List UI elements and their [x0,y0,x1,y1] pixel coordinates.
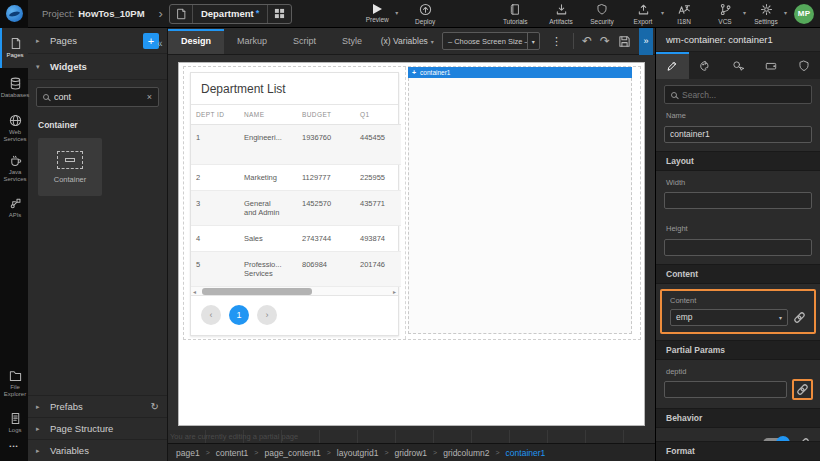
user-avatar[interactable]: MP [794,4,814,24]
tab-events[interactable] [722,52,755,79]
grid-view-icon[interactable] [267,5,291,23]
col-header-budget[interactable]: BUDGET [297,105,355,125]
bind-content-link-icon[interactable] [793,311,806,324]
prefabs-section-header[interactable]: ▸ Prefabs ↻ [28,395,167,417]
name-field-input[interactable] [664,126,812,143]
next-page-button[interactable]: › [257,305,277,325]
container-widget-tile[interactable]: Container [38,138,102,196]
export-button[interactable]: Export ▾ [626,0,660,28]
expand-right-panel-icon[interactable]: » [639,28,653,55]
breadcrumb-page1[interactable]: page1 [176,448,200,458]
prev-page-button[interactable]: ‹ [201,305,221,325]
rail-item-logs[interactable]: Logs [0,403,28,443]
horizontal-scrollbar[interactable]: ◂ ▸ [191,287,398,296]
col-header-name[interactable]: NAME [239,105,297,125]
rail-item-pages[interactable]: Pages [0,28,28,68]
chevron-down-icon[interactable]: ▾ [395,9,398,16]
screen-size-select[interactable]: – Choose Screen Size – ▾ [442,32,540,50]
deptid-field-input[interactable] [664,381,787,398]
security-button[interactable]: Security [585,0,619,28]
tab-device[interactable] [754,52,787,79]
clear-search-icon[interactable]: × [147,92,152,102]
rail-item-web-services[interactable]: Web Services [0,108,28,148]
breadcrumb-container1[interactable]: container1 [506,448,546,458]
refresh-icon[interactable]: ↻ [151,401,159,412]
format-section-header[interactable]: Format [656,441,820,461]
page-structure-section-header[interactable]: ▸ Page Structure [28,417,167,439]
partial-params-section-header[interactable]: Partial Params [656,340,820,360]
breadcrumb-content1[interactable]: content1 [216,448,249,458]
scroll-right-icon[interactable]: ▸ [391,288,398,295]
behavior-section-header[interactable]: Behavior [656,408,820,428]
page-selector[interactable]: Department * [169,4,292,24]
rail-item-java-services[interactable]: Java Services [0,148,28,188]
current-page-button[interactable]: 1 [229,305,249,325]
rail-item-file-explorer[interactable]: File Explorer [0,363,28,403]
table-row[interactable]: 5 Professio... Services 806984 201746 [191,252,401,287]
bind-deptid-link-icon[interactable] [796,383,809,396]
selected-container-widget[interactable]: + container1 [408,67,632,334]
tutorials-button[interactable]: Tutorials [498,0,532,28]
scrollbar-thumb[interactable] [202,288,312,295]
widgets-section-header[interactable]: ▾ Widgets [28,54,167,80]
design-canvas[interactable]: Department List DEPT ID NAME BUDGET Q1 [168,55,655,430]
chevron-down-icon[interactable]: ▾ [784,9,787,16]
tab-properties[interactable] [656,52,689,79]
wavemaker-logo[interactable] [0,0,28,28]
preview-button[interactable]: Preview ▾ [360,0,394,28]
widget-search[interactable]: × [36,87,159,107]
chevron-down-icon[interactable]: ▾ [743,9,746,16]
undo-button[interactable]: ↶ [582,35,592,47]
width-field-input[interactable] [664,192,812,209]
tab-styles[interactable] [689,52,722,79]
scroll-left-icon[interactable]: ◂ [191,288,198,295]
vcs-button[interactable]: VCS ▾ [708,0,742,28]
department-list-card[interactable]: Department List DEPT ID NAME BUDGET Q1 [190,72,399,336]
page-selector-name[interactable]: Department * [193,8,267,19]
variables-section-header[interactable]: ▸ Variables [28,439,167,461]
rail-item-databases[interactable]: Databases [0,68,28,108]
col-header-deptid[interactable]: DEPT ID [191,105,239,125]
variables-dropdown[interactable]: (x) Variables ▾ [381,36,434,46]
properties-search[interactable] [664,85,812,104]
artifacts-button[interactable]: Artifacts [544,0,578,28]
chevron-down-icon[interactable]: ▾ [661,9,664,16]
settings-button[interactable]: Settings ▾ [749,0,783,28]
grid-column-2[interactable]: + container1 [406,67,640,339]
grid-column-1[interactable]: Department List DEPT ID NAME BUDGET Q1 [184,67,406,339]
height-field-input[interactable] [664,239,812,256]
deploy-button[interactable]: Deploy [408,0,442,28]
save-button[interactable] [618,35,631,48]
tab-script[interactable]: Script [280,29,329,54]
breadcrumb-page-content1[interactable]: page_content1 [264,448,320,458]
selected-widget-header[interactable]: + container1 [408,67,632,78]
tab-markup[interactable]: Markup [224,29,280,54]
tab-style[interactable]: Style [329,29,375,54]
tab-design[interactable]: Design [168,29,224,54]
breadcrumb-layoutgrid1[interactable]: layoutgrid1 [337,448,379,458]
widget-search-input[interactable] [54,92,142,102]
properties-search-input[interactable] [682,90,805,100]
kebab-menu-icon[interactable]: ⋮ [548,35,565,48]
rail-item-apis[interactable]: APIs [0,188,28,228]
content-select[interactable]: emp ▾ [670,309,788,326]
more-options-icon[interactable]: ••• [0,443,28,461]
table-row[interactable]: 3 General and Admin 1452570 435771 [191,191,401,226]
collapse-left-panel-icon[interactable]: « [157,38,163,49]
col-header-q1[interactable]: Q1 [355,105,401,125]
layout-grid-row[interactable]: Department List DEPT ID NAME BUDGET Q1 [183,66,641,340]
layout-section-header[interactable]: Layout [656,151,820,171]
breadcrumb-gridrow1[interactable]: gridrow1 [394,448,427,458]
i18n-button[interactable]: I18N [667,0,701,28]
pages-section-header[interactable]: ▸ Pages + [28,28,167,54]
tab-security[interactable] [787,52,820,79]
content-section-header[interactable]: Content [656,264,820,284]
department-table[interactable]: DEPT ID NAME BUDGET Q1 1 Engineeri... [191,105,401,287]
redo-button[interactable]: ↷ [600,35,610,47]
move-icon[interactable]: + [412,69,416,76]
canvas-page[interactable]: Department List DEPT ID NAME BUDGET Q1 [178,62,645,426]
table-row[interactable]: 2 Marketing 1129777 225955 [191,165,401,191]
breadcrumb-gridcolumn2[interactable]: gridcolumn2 [443,448,489,458]
table-row[interactable]: 4 Sales 2743744 493874 [191,226,401,252]
scrollbar-track[interactable] [198,288,391,295]
